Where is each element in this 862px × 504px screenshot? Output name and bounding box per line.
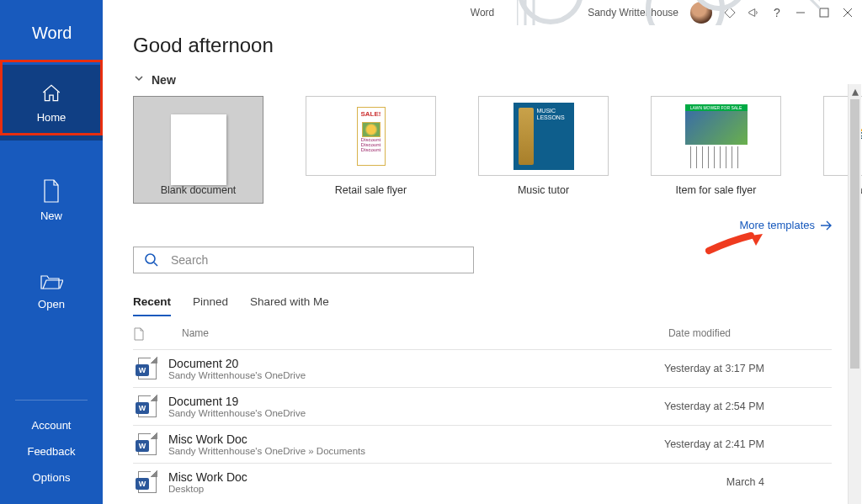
column-date[interactable]: Date modified — [668, 327, 731, 341]
search-box[interactable] — [133, 247, 474, 273]
document-date: Yesterday at 2:54 PM — [664, 401, 764, 412]
tab-pinned[interactable]: Pinned — [193, 295, 228, 316]
document-list: W Document 20 Sandy Writtenhouse's OneDr… — [133, 349, 832, 501]
document-tabs: Recent Pinned Shared with Me — [133, 295, 832, 317]
word-file-icon: W — [138, 471, 157, 493]
diamond-icon[interactable] — [724, 7, 736, 19]
template-caption: Music tutor — [518, 184, 569, 196]
sidebar-item-new[interactable]: New — [0, 162, 103, 238]
tab-recent[interactable]: Recent — [133, 295, 171, 316]
document-title: Document 20 — [168, 357, 306, 370]
arrow-right-icon — [820, 220, 832, 231]
template-caption: Retail sale flyer — [335, 184, 407, 196]
document-row[interactable]: W Misc Work Doc Sandy Writtenhouse's One… — [133, 425, 832, 463]
greeting: Good afternoon — [133, 34, 832, 57]
document-location: Sandy Writtenhouse's OneDrive » Document… — [168, 446, 365, 456]
document-location: Desktop — [168, 484, 247, 494]
svg-rect-4 — [820, 8, 828, 17]
document-location: Sandy Writtenhouse's OneDrive — [168, 370, 306, 380]
doclist-header: Name Date modified — [133, 317, 832, 349]
template-caption: Blank document — [161, 184, 237, 196]
more-templates-link[interactable]: More templates — [739, 219, 832, 231]
scroll-up-button[interactable]: ▴ — [849, 84, 861, 98]
new-doc-icon — [41, 179, 61, 203]
new-section-header[interactable]: New — [133, 72, 832, 88]
template-retail-sale-flyer[interactable]: SALE!DiscountDiscountDiscount Retail sal… — [306, 96, 436, 196]
document-title: Misc Work Doc — [168, 470, 247, 484]
document-date: Yesterday at 3:17 PM — [664, 363, 764, 374]
search-icon — [144, 252, 159, 268]
sidebar-divider — [15, 400, 88, 401]
sidebar-bottom: Account Feedback Options — [0, 400, 103, 504]
scrollbar-thumb[interactable] — [850, 99, 859, 369]
document-row[interactable]: W Document 20 Sandy Writtenhouse's OneDr… — [133, 349, 832, 387]
document-title: Document 19 — [168, 395, 306, 408]
template-blank[interactable]: Blank document — [133, 96, 263, 204]
word-file-icon: W — [138, 358, 157, 379]
document-icon — [133, 327, 145, 341]
template-caption: Item for sale flyer — [676, 184, 757, 196]
word-file-icon: W — [138, 433, 157, 455]
more-templates-label: More templates — [739, 219, 815, 231]
document-date: March 4 — [726, 476, 764, 488]
main-area: Good afternoon New Blank document SALE!D… — [103, 25, 862, 504]
help-icon[interactable]: ? — [771, 7, 783, 19]
document-location: Sandy Writtenhouse's OneDrive — [168, 408, 306, 418]
document-row[interactable]: W Misc Work Doc Desktop March 4 — [133, 463, 832, 501]
section-label: New — [152, 73, 176, 87]
maximize-button[interactable] — [818, 7, 830, 19]
column-name[interactable]: Name — [182, 327, 209, 341]
template-music-tutor[interactable]: MUSICLESSONS Music tutor — [478, 96, 609, 196]
document-title: Misc Work Doc — [168, 432, 365, 446]
sidebar-item-label: New — [40, 210, 62, 222]
chevron-down-icon — [133, 72, 145, 88]
sidebar-item-open[interactable]: Open — [0, 253, 103, 329]
sidebar-item-label: Home — [37, 111, 67, 124]
tab-shared-with-me[interactable]: Shared with Me — [250, 295, 329, 316]
sidebar: Word Home New Open Account Feedback Opti… — [0, 0, 103, 504]
svg-point-5 — [146, 254, 155, 263]
minimize-button[interactable] — [795, 7, 806, 19]
word-file-icon: W — [138, 395, 157, 417]
avatar[interactable] — [690, 2, 712, 24]
templates-row: Blank document SALE!DiscountDiscountDisc… — [133, 96, 832, 204]
sidebar-item-options[interactable]: Options — [0, 464, 103, 491]
document-date: Yesterday at 2:41 PM — [664, 438, 764, 450]
sidebar-item-feedback[interactable]: Feedback — [0, 438, 103, 464]
sidebar-item-account[interactable]: Account — [0, 412, 103, 438]
window-title: Word — [471, 7, 494, 19]
home-icon — [40, 82, 62, 104]
scrollbar[interactable]: ▴ — [848, 84, 861, 504]
megaphone-icon[interactable] — [748, 7, 759, 19]
sidebar-app-title: Word — [0, 0, 103, 65]
sidebar-item-home[interactable]: Home — [0, 65, 103, 141]
template-item-for-sale-flyer[interactable]: LAWN MOWER FOR SALE Item for sale flyer — [651, 96, 781, 196]
user-name[interactable]: Sandy Writtenhouse — [588, 7, 678, 19]
sidebar-item-label: Open — [38, 298, 65, 310]
document-row[interactable]: W Document 19 Sandy Writtenhouse's OneDr… — [133, 387, 832, 425]
close-button[interactable] — [842, 7, 854, 19]
folder-open-icon — [40, 273, 63, 291]
svg-point-0 — [520, 0, 581, 22]
search-input[interactable] — [171, 253, 463, 267]
title-bar: Word Sandy Writtenhouse ? — [103, 0, 862, 25]
